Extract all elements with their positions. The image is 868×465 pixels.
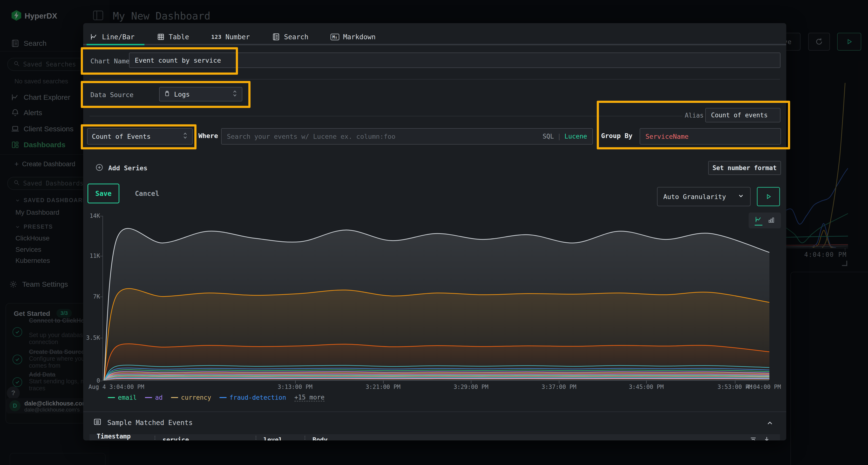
collapse-section-button[interactable] — [766, 419, 774, 428]
section-divider — [89, 116, 683, 117]
x-tick-label: Aug 4 3:04:00 PM — [89, 384, 144, 390]
legend-item[interactable]: email — [108, 394, 137, 401]
sql-mode-toggle[interactable]: SQL — [542, 133, 554, 140]
legend-item[interactable]: ad — [145, 394, 162, 401]
column-header-service[interactable]: service — [155, 436, 255, 440]
data-source-label: Data Source — [90, 91, 133, 99]
chevron-down-icon — [738, 193, 744, 201]
section-divider — [89, 79, 780, 79]
data-source-select[interactable]: Logs — [159, 87, 242, 101]
section-divider — [83, 411, 786, 412]
mode-separator: | — [557, 133, 561, 140]
where-label: Where — [198, 132, 218, 139]
run-query-button[interactable] — [757, 187, 780, 206]
events-table-header: Timestamp (Local) service level Body — [89, 434, 780, 440]
alias-label: Alias — [685, 112, 704, 119]
tabs-divider — [83, 44, 786, 45]
cancel-button[interactable]: Cancel — [129, 184, 165, 203]
chart-name-label: Chart Name — [90, 57, 130, 65]
column-header-timestamp[interactable]: Timestamp (Local) — [89, 433, 155, 440]
legend-item[interactable]: currency — [171, 394, 211, 401]
column-header-level[interactable]: level — [256, 436, 305, 440]
download-icon[interactable] — [763, 436, 770, 440]
list-icon — [93, 418, 101, 427]
x-tick-label: 3:29:00 PM — [454, 384, 489, 390]
select-updown-icon — [183, 132, 188, 141]
active-tab-indicator — [87, 44, 145, 45]
x-tick-label: 3:13:00 PM — [278, 384, 313, 390]
y-tick-label: 0 — [83, 377, 100, 384]
legend-swatch — [145, 397, 152, 398]
legend-swatch — [219, 397, 227, 398]
select-updown-icon — [232, 90, 238, 99]
sample-events-title: Sample Matched Events — [107, 419, 193, 427]
legend-swatch — [108, 397, 115, 398]
edit-tile-modal: Line/Bar Table 123 Number Search M↓ Mark… — [83, 23, 786, 440]
chart-name-input[interactable]: Event count by service — [129, 53, 780, 68]
table-icon — [157, 33, 165, 41]
y-tick-label: 11K — [83, 253, 100, 259]
set-number-format-button[interactable]: Set number format — [708, 161, 781, 175]
lucene-mode-toggle[interactable]: Lucene — [564, 133, 587, 140]
x-tick-label: 3:37:00 PM — [541, 384, 577, 390]
where-search-input[interactable]: Search your events w/ Lucene ex. column:… — [221, 128, 593, 144]
y-tick-label: 3.5K — [83, 334, 100, 341]
chart-legend: emailadcurrencyfraud-detection+15 more — [108, 394, 324, 401]
y-tick-label: 7K — [83, 293, 100, 300]
search-doc-icon — [272, 33, 280, 41]
granularity-select[interactable]: Auto Granularity — [657, 187, 751, 206]
group-by-label: Group By — [601, 132, 632, 139]
aggregation-select[interactable]: Count of Events — [87, 128, 193, 144]
chevron-up-icon — [766, 419, 774, 427]
line-chart-icon — [90, 33, 98, 41]
x-tick-label: 3:21:00 PM — [366, 384, 401, 390]
save-button[interactable]: Save — [88, 184, 119, 203]
y-tick-label: 14K — [83, 212, 100, 219]
add-series-button[interactable]: Add Series — [95, 163, 148, 172]
where-placeholder: Search your events w/ Lucene ex. column:… — [227, 133, 396, 140]
x-tick-label: 4:04:00 PM — [746, 384, 781, 390]
alias-input[interactable]: Count of events — [705, 108, 780, 122]
filter-rows-icon[interactable] — [750, 436, 757, 440]
legend-item[interactable]: fraud-detection — [219, 394, 286, 401]
plus-circle-icon — [95, 163, 103, 172]
legend-swatch — [171, 397, 178, 398]
group-by-input[interactable]: ServiceName — [640, 128, 781, 144]
main-chart-plot[interactable] — [102, 216, 769, 381]
number-123-icon: 123 — [211, 34, 222, 40]
legend-more-button[interactable]: +15 more — [294, 394, 324, 401]
markdown-icon: M↓ — [331, 34, 339, 40]
play-icon — [765, 193, 772, 200]
column-header-body[interactable]: Body — [305, 436, 328, 440]
x-tick-label: 3:45:00 PM — [629, 384, 664, 390]
database-icon — [164, 90, 170, 98]
